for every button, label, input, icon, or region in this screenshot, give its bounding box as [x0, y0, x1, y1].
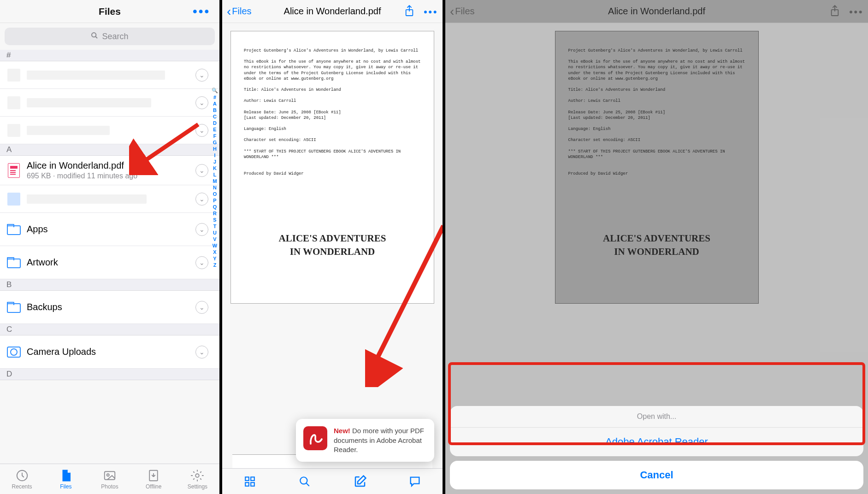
index-letter[interactable]: C: [213, 114, 217, 119]
index-letter[interactable]: T: [213, 223, 217, 229]
section-header-d: D: [0, 369, 219, 380]
index-letter[interactable]: G: [213, 140, 217, 145]
index-letter[interactable]: V: [213, 236, 216, 242]
svg-rect-3: [105, 471, 115, 480]
alphabet-index[interactable]: 🔍#ABCDEFGHIJKLMNOPQRSTUVWXYZ: [211, 88, 218, 268]
tab-photos[interactable]: Photos: [88, 464, 131, 494]
popover-text: New! Do more with your PDF documents in …: [334, 426, 427, 454]
svg-point-4: [107, 474, 109, 476]
index-letter[interactable]: P: [213, 198, 216, 203]
index-letter[interactable]: U: [213, 230, 217, 235]
camera-icon: [6, 345, 21, 359]
svg-rect-12: [251, 482, 254, 486]
index-letter[interactable]: K: [213, 165, 217, 171]
open-with-adobe-button[interactable]: Adobe Acrobat Reader: [450, 428, 863, 456]
index-letter[interactable]: X: [213, 249, 216, 255]
grid-view-button[interactable]: [243, 475, 257, 488]
file-meta: 695 KB · modified 11 minutes ago: [27, 172, 195, 180]
more-button[interactable]: ●●●: [192, 6, 210, 16]
pdf-header: ‹ Files Alice in Wonderland.pdf ●●●: [222, 0, 443, 23]
row-expand[interactable]: ⌄: [195, 301, 208, 314]
edit-button[interactable]: [353, 475, 367, 488]
action-sheet: Open with... Adobe Acrobat Reader Cancel: [450, 406, 863, 489]
search-icon: [91, 32, 98, 41]
back-button[interactable]: ‹ Files: [227, 5, 252, 18]
index-letter[interactable]: A: [213, 101, 217, 106]
folder-icon: [6, 300, 21, 315]
pdf-file-icon: [6, 163, 21, 178]
tab-recents[interactable]: Recents: [0, 464, 44, 494]
svg-rect-10: [251, 477, 254, 481]
files-list-panel: Files ●●● Search # ⌄ ⌄ ⌄ A Alice in Wond…: [0, 0, 222, 494]
folder-row-backups[interactable]: Backups ⌄: [0, 291, 219, 324]
index-letter[interactable]: B: [213, 107, 217, 113]
row-expand[interactable]: ⌄: [195, 223, 208, 236]
more-button[interactable]: ●●●: [424, 8, 438, 15]
index-letter[interactable]: #: [213, 94, 216, 100]
svg-rect-9: [245, 477, 249, 481]
index-letter[interactable]: M: [213, 178, 217, 184]
pdf-openwith-panel: ‹ Files Alice in Wonderland.pdf ●●● Proj…: [445, 0, 868, 494]
tab-files[interactable]: Files: [44, 464, 88, 494]
index-letter[interactable]: Y: [213, 256, 216, 261]
svg-point-0: [92, 33, 96, 37]
svg-point-6: [196, 474, 200, 477]
folder-icon: [6, 255, 21, 270]
chevron-left-icon: ‹: [227, 5, 231, 18]
action-sheet-title: Open with...: [450, 406, 863, 428]
svg-rect-11: [245, 482, 249, 486]
row-expand[interactable]: ⌄: [195, 346, 208, 359]
folder-row-camera[interactable]: Camera Uploads ⌄: [0, 335, 219, 369]
folder-icon: [6, 222, 21, 237]
index-letter[interactable]: R: [213, 211, 217, 216]
search-input[interactable]: Search: [5, 28, 215, 45]
bottom-tabbar: Recents Files Photos Offline Settings: [0, 464, 219, 494]
index-letter[interactable]: F: [213, 133, 217, 139]
row-expand[interactable]: ⌄: [195, 164, 208, 177]
index-letter[interactable]: I: [214, 153, 215, 158]
section-header-a: A: [0, 144, 219, 156]
index-letter[interactable]: 🔍: [212, 88, 218, 94]
index-letter[interactable]: L: [213, 172, 217, 177]
search-button[interactable]: [298, 475, 312, 488]
row-expand[interactable]: ⌄: [195, 124, 208, 137]
index-letter[interactable]: S: [213, 217, 216, 223]
adobe-popover: New! Do more with your PDF documents in …: [296, 419, 434, 462]
pdf-page[interactable]: Project Gutenberg's Alice's Adventures i…: [231, 31, 434, 303]
row-expand[interactable]: ⌄: [195, 193, 208, 206]
pdf-toolbar: [222, 468, 443, 494]
section-header-b: B: [0, 279, 219, 291]
index-letter[interactable]: N: [213, 185, 217, 190]
cancel-button[interactable]: Cancel: [450, 461, 863, 489]
index-letter[interactable]: Q: [213, 204, 217, 210]
pdf-preview-panel: ‹ Files Alice in Wonderland.pdf ●●● Proj…: [222, 0, 445, 494]
tab-offline[interactable]: Offline: [132, 464, 176, 494]
row-expand[interactable]: ⌄: [195, 96, 208, 109]
index-letter[interactable]: W: [213, 243, 217, 248]
index-letter[interactable]: D: [213, 120, 217, 126]
section-header-c: C: [0, 324, 219, 335]
index-letter[interactable]: E: [213, 127, 216, 132]
pdf-title: Alice in Wonderland.pdf: [284, 6, 381, 17]
page-title: Files: [99, 6, 121, 17]
tab-settings[interactable]: Settings: [176, 464, 219, 494]
section-header-hash: #: [0, 50, 219, 61]
list-item[interactable]: ⌄: [0, 185, 219, 213]
index-letter[interactable]: O: [213, 191, 217, 197]
folder-row-apps[interactable]: Apps ⌄: [0, 213, 219, 246]
svg-line-14: [307, 483, 310, 486]
list-item[interactable]: ⌄: [0, 61, 219, 89]
list-item[interactable]: ⌄: [0, 117, 219, 144]
index-letter[interactable]: Z: [213, 262, 217, 268]
row-expand[interactable]: ⌄: [195, 256, 208, 269]
index-letter[interactable]: J: [213, 159, 216, 165]
file-row-alice[interactable]: Alice in Wonderland.pdf 695 KB · modifie…: [0, 156, 219, 185]
folder-row-artwork[interactable]: Artwork ⌄: [0, 246, 219, 279]
row-expand[interactable]: ⌄: [195, 69, 208, 82]
svg-line-1: [95, 36, 97, 38]
list-item[interactable]: ⌄: [0, 89, 219, 117]
share-icon[interactable]: [404, 5, 414, 18]
comment-button[interactable]: [408, 475, 422, 488]
index-letter[interactable]: H: [213, 146, 217, 152]
file-name: Alice in Wonderland.pdf: [27, 160, 195, 171]
